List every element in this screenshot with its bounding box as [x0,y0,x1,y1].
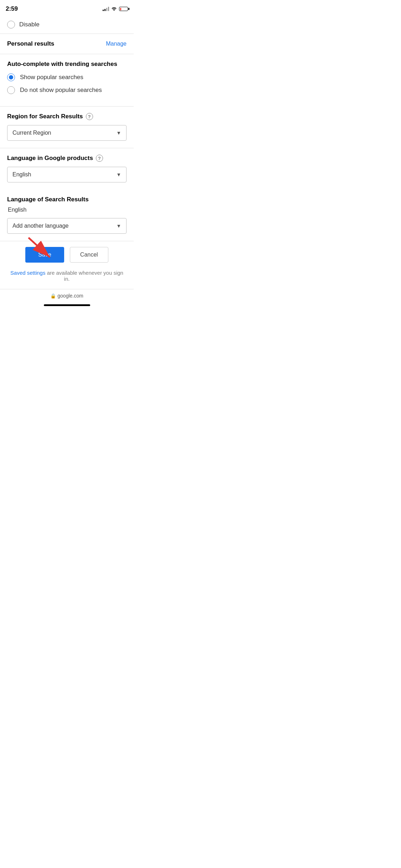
language-google-title: Language in Google products [7,155,93,162]
language-google-value: English [12,171,31,178]
region-dropdown-arrow: ▼ [116,130,121,136]
disable-radio[interactable] [7,21,15,29]
lock-icon: 🔒 [50,293,56,299]
wifi-icon [111,6,117,12]
disable-row[interactable]: Disable [0,16,134,33]
saved-settings-link[interactable]: Saved settings [10,270,45,276]
search-lang-title: Language of Search Results [7,196,127,203]
home-bar [44,304,90,306]
manage-link[interactable]: Manage [106,41,127,47]
add-language-arrow: ▼ [116,223,121,229]
show-popular-label: Show popular searches [20,74,83,81]
battery-icon [119,7,128,11]
region-section: Region for Search Results ? Current Regi… [0,107,134,148]
signal-icon [103,7,109,11]
status-bar: 2:59 [0,0,134,16]
personal-results-title: Personal results [7,40,54,47]
do-not-show-label: Do not show popular searches [20,87,102,94]
bottom-bar: 🔒 google.com [0,289,134,301]
do-not-show-option[interactable]: Do not show popular searches [7,86,127,94]
autocomplete-section: Auto-complete with trending searches Sho… [0,54,134,106]
search-lang-section: Language of Search Results English Add a… [0,190,134,241]
region-title-row: Region for Search Results ? [7,113,127,120]
add-language-text: Add another language [12,223,68,229]
settings-content: Disable Personal results Manage Auto-com… [0,16,134,289]
show-popular-radio-fill [9,75,13,79]
show-popular-option[interactable]: Show popular searches [7,73,127,81]
autocomplete-title: Auto-complete with trending searches [7,61,127,68]
cancel-button[interactable]: Cancel [70,247,108,263]
status-time: 2:59 [6,5,18,12]
language-google-title-row: Language in Google products ? [7,155,127,162]
region-dropdown[interactable]: Current Region ▼ [7,125,127,141]
language-google-section: Language in Google products ? English ▼ [0,148,134,190]
language-google-arrow: ▼ [116,172,121,177]
bottom-url: 🔒 google.com [7,293,127,299]
show-popular-radio[interactable] [7,73,15,81]
save-button[interactable]: Save [25,247,64,263]
search-lang-value: English [7,207,127,213]
disable-label: Disable [19,21,40,28]
buttons-row: Save Cancel [0,241,134,267]
region-title: Region for Search Results [7,113,83,120]
saved-note: Saved settings are available whenever yo… [0,267,134,289]
region-help-icon[interactable]: ? [86,113,93,120]
saved-note-text: are available whenever you sign in. [45,270,123,282]
personal-results-row: Personal results Manage [0,34,134,54]
language-help-icon[interactable]: ? [96,155,103,162]
language-google-dropdown[interactable]: English ▼ [7,167,127,182]
add-language-dropdown[interactable]: Add another language ▼ [7,218,127,234]
region-value: Current Region [12,130,51,136]
url-text: google.com [57,293,83,299]
do-not-show-radio[interactable] [7,86,15,94]
home-indicator [0,301,134,308]
status-icons [103,6,128,12]
